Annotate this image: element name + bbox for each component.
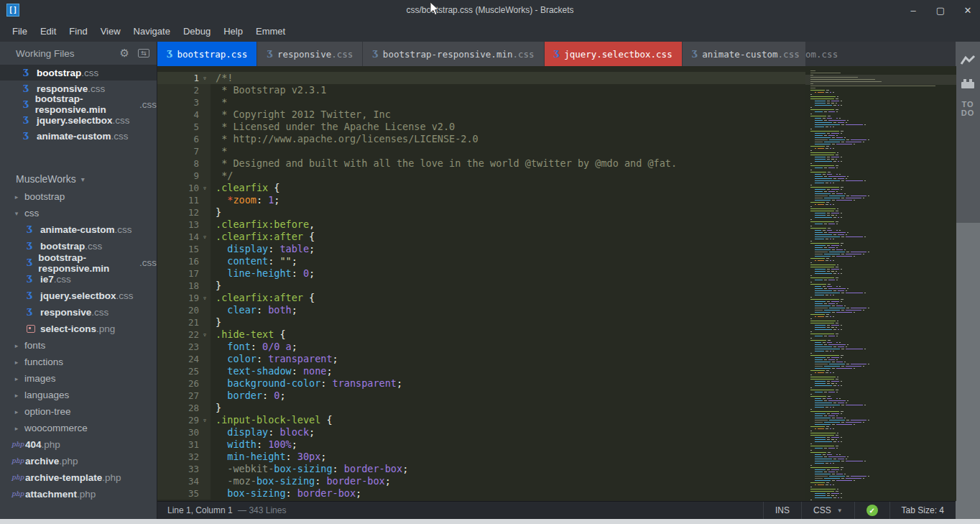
menu-bar: FileEditFindViewNavigateDebugHelpEmmet (0, 20, 980, 42)
gutter: 9 (157, 170, 211, 182)
menu-find[interactable]: Find (63, 23, 93, 40)
close-button[interactable]: ✕ (963, 5, 973, 16)
gutter: 12 (157, 206, 211, 219)
line-number: 11 (157, 194, 199, 206)
extension-manager-icon[interactable] (961, 78, 975, 88)
css-file-icon: Ʒ (27, 258, 38, 267)
gutter: 29▿ (157, 414, 211, 426)
tree-folder-option-tree[interactable]: ▸option-tree (0, 403, 157, 420)
gutter: 10▿ (157, 182, 211, 194)
code-editor[interactable]: 1▿/*!2 * Bootstrap v2.3.13 *4 * Copyrigh… (157, 66, 805, 501)
menu-help[interactable]: Help (217, 23, 249, 40)
menu-view[interactable]: View (94, 23, 127, 40)
tree-file-archive-template[interactable]: phparchive-template.php (0, 469, 157, 486)
minimize-button[interactable]: – (908, 5, 918, 16)
line-number: 19 (157, 292, 199, 304)
project-name: MuscleWorks (16, 173, 76, 185)
tree-file-attachment[interactable]: phpattachment.php (0, 486, 157, 502)
chevron-right-icon[interactable]: ▸ (11, 408, 22, 415)
tree-file-responsive[interactable]: Ʒresponsive.css (0, 304, 157, 321)
minimap-lines (805, 70, 956, 501)
minimap-viewport[interactable] (805, 75, 956, 85)
menu-file[interactable]: File (6, 23, 34, 40)
gutter: 22▿ (157, 328, 211, 341)
code-line-16: 16 content: ""; (157, 255, 805, 267)
tree-folder-woocommerce[interactable]: ▸woocommerce (0, 420, 157, 436)
chevron-down-icon[interactable]: ▾ (11, 210, 22, 217)
tab-bootstrap-responsive.min[interactable]: Ʒbootstrap-responsive.min.css (363, 42, 543, 66)
tree-file-select-icons[interactable]: select-icons.png (0, 321, 157, 337)
code-line-3: 3 * (157, 96, 805, 109)
css-file-icon: Ʒ (27, 242, 40, 251)
menu-navigate[interactable]: Navigate (127, 23, 177, 40)
line-number: 35 (157, 487, 199, 500)
line-number: 9 (157, 170, 199, 182)
tab-bootstrap[interactable]: Ʒbootstrap.css (157, 42, 256, 66)
maximize-button[interactable]: ▢ (935, 5, 946, 16)
tree-file-archive[interactable]: phparchive.php (0, 453, 157, 469)
tab-size-setting[interactable]: Tab Size: 4 (889, 502, 956, 519)
tree-folder-fonts[interactable]: ▸fonts (0, 337, 157, 354)
chevron-right-icon[interactable]: ▸ (11, 375, 22, 382)
tree-folder-images[interactable]: ▸images (0, 370, 157, 387)
gutter: 28 (157, 402, 211, 414)
menu-debug[interactable]: Debug (177, 23, 217, 40)
fold-toggle-icon[interactable]: ▿ (199, 72, 211, 84)
lint-status-button[interactable]: ✓ (854, 502, 889, 519)
line-number: 26 (157, 377, 199, 390)
working-file-animate-custom[interactable]: Ʒanimate-custom.css (0, 128, 157, 144)
line-count: — 343 Lines (238, 505, 286, 515)
tree-folder-languages[interactable]: ▸languages (0, 387, 157, 403)
line-number: 15 (157, 243, 199, 255)
chevron-down-icon: ▾ (81, 175, 85, 183)
menu-emmet[interactable]: Emmet (249, 23, 292, 40)
tree-file-animate-custom[interactable]: Ʒanimate-custom.css (0, 221, 157, 238)
tree-file-bootstrap-responsive.min[interactable]: Ʒbootstrap-responsive.min.css (0, 254, 157, 271)
working-file-bootstrap[interactable]: Ʒbootstrap.css (0, 65, 157, 81)
chevron-right-icon[interactable]: ▸ (11, 359, 22, 366)
tree-folder-css[interactable]: ▾css (0, 205, 157, 221)
code-line-19: 19▿.clearfix:after { (157, 292, 805, 304)
project-dropdown[interactable]: MuscleWorks ▾ (0, 170, 157, 188)
working-file-bootstrap-responsive.min[interactable]: Ʒbootstrap-responsive.min.css (0, 96, 157, 112)
fold-toggle-icon[interactable]: ▿ (199, 292, 211, 304)
line-number: 16 (157, 255, 199, 267)
minimap[interactable] (805, 66, 956, 501)
chevron-right-icon[interactable]: ▸ (11, 392, 22, 399)
fold-toggle-icon[interactable]: ▿ (199, 328, 211, 341)
menu-edit[interactable]: Edit (34, 23, 63, 40)
tab-bar: Ʒbootstrap.cssƷresponsive.cssƷbootstrap-… (157, 42, 805, 66)
code-line-6: 6 * http://www.apache.org/licenses/LICEN… (157, 133, 805, 145)
fold-toggle-icon[interactable]: ▿ (199, 231, 211, 243)
fold-toggle-icon[interactable]: ▿ (199, 414, 211, 426)
tab-jquery.selectbox[interactable]: Ʒjquery.selectbox.css (545, 42, 682, 66)
css-file-icon: Ʒ (27, 275, 40, 284)
tab-responsive[interactable]: Ʒresponsive.css (257, 42, 362, 66)
tab-animate-custom[interactable]: Ʒanimate-custom.css (683, 42, 805, 66)
chevron-right-icon[interactable]: ▸ (11, 425, 22, 432)
php-file-icon: php (11, 491, 25, 497)
code-line-13: 13.clearfix:before, (157, 219, 805, 231)
code-line-25: 25 text-shadow: none; (157, 365, 805, 377)
chevron-right-icon[interactable]: ▸ (11, 342, 22, 349)
tree-folder-functions[interactable]: ▸functions (0, 354, 157, 370)
tree-file-jquery.selectbox[interactable]: Ʒjquery.selectbox.css (0, 288, 157, 304)
insert-mode-indicator[interactable]: INS (763, 502, 801, 519)
tree-file-404[interactable]: php404.php (0, 436, 157, 453)
chevron-right-icon[interactable]: ▸ (11, 193, 22, 201)
gutter: 23 (157, 341, 211, 353)
line-number: 33 (157, 463, 199, 475)
language-selector[interactable]: CSS ▼ (801, 502, 854, 519)
tree-folder-bootstrap[interactable]: ▸bootstrap (0, 188, 157, 205)
fold-toggle-icon[interactable]: ▿ (199, 182, 211, 194)
code-line-11: 11 *zoom: 1; (157, 194, 805, 206)
gear-icon[interactable]: ⚙ (120, 47, 129, 60)
toolbar: TO DO (956, 42, 980, 519)
css-file-icon: Ʒ (267, 50, 273, 59)
live-preview-icon[interactable] (960, 55, 976, 66)
split-view-icon[interactable]: ⇆ (138, 49, 149, 58)
code-line-2: 2 * Bootstrap v2.3.1 (157, 84, 805, 96)
window-bottom-border (0, 519, 980, 524)
todo-icon[interactable]: TO DO (961, 100, 975, 117)
gutter: 24 (157, 353, 211, 365)
